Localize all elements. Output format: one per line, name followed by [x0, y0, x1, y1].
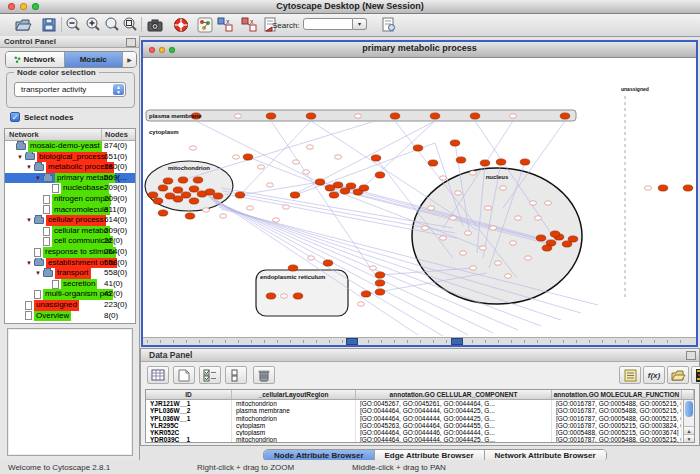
save-session-icon[interactable]: [40, 16, 58, 34]
search-dropdown-icon[interactable]: ▾: [353, 18, 367, 30]
tree-item[interactable]: ▼biological_process651(0): [5, 152, 135, 163]
minimap-viewport-square[interactable]: [451, 338, 463, 345]
tab-mosaic[interactable]: Mosaic: [65, 52, 124, 67]
tree-item[interactable]: response to stimulu264(0): [5, 247, 135, 258]
expand-arrow-icon[interactable]: ▼: [26, 215, 34, 226]
tree-item[interactable]: mosaic-demo-yeast874(0): [5, 141, 135, 152]
attribute-table-icon[interactable]: [147, 366, 169, 384]
network-view-titlebar[interactable]: primary metabolic process: [143, 42, 696, 58]
data-panel: Data Panel f(x) ID_cellul: [140, 348, 700, 446]
formula-builder-button[interactable]: f(x): [643, 366, 665, 384]
tree-item[interactable]: ▼cellular process614(0): [5, 215, 135, 226]
table-row[interactable]: YJR121W__1mitochondrion[GO:0045267, GO:0…: [146, 400, 694, 407]
tree-item[interactable]: ▼transport558(0): [5, 268, 135, 279]
expand-arrow-icon[interactable]: ▼: [17, 152, 25, 163]
tree-item-label: transport: [55, 268, 91, 279]
attribute-list-icon[interactable]: [619, 366, 641, 384]
open-file-icon[interactable]: [14, 16, 32, 34]
table-row[interactable]: YPL036W__2plasma membrane[GO:0044464, GO…: [146, 407, 694, 414]
file-icon: [43, 227, 50, 236]
network-tree: Network Nodes mosaic-demo-yeast874(0)▼bi…: [4, 128, 136, 324]
minimap-viewport-square[interactable]: [346, 338, 358, 345]
hide-selected-edges-icon[interactable]: x: [240, 16, 258, 34]
table-row[interactable]: YDR039C__1mitochondrion[GO:0044464, GO:0…: [146, 436, 694, 443]
tree-item[interactable]: cell communicat22(0): [5, 236, 135, 247]
label-mitochondrion: mitochondrion: [168, 165, 210, 171]
search-input[interactable]: [303, 18, 353, 30]
expand-arrow-icon[interactable]: ▼: [35, 173, 43, 184]
zoom-selected-region-icon[interactable]: [121, 16, 139, 34]
tree-item[interactable]: ▼metabolic process280(0): [5, 162, 135, 173]
tree-item[interactable]: macromolecule311(0): [5, 205, 135, 216]
tab-network[interactable]: Network: [6, 52, 65, 67]
tree-item-count: 209(0): [104, 183, 127, 194]
tree-item[interactable]: unassigned223(0): [5, 300, 135, 311]
tree-item[interactable]: cellular metabo209(0): [5, 226, 135, 237]
zoom-fit-icon[interactable]: [103, 16, 121, 34]
table-scrollbar[interactable]: ▲ ▼: [683, 400, 694, 442]
tree-item-label: cellular metabo: [52, 226, 110, 237]
hide-selected-nodes-icon[interactable]: x: [216, 16, 234, 34]
node-small: [307, 145, 314, 149]
zoom-out-icon[interactable]: [64, 16, 82, 34]
search-config-icon[interactable]: [380, 16, 398, 34]
network-graph[interactable]: plasma membranecytoplasmmitochondrionnuc…: [143, 58, 696, 337]
node-orange: [658, 185, 668, 191]
unselect-attributes-icon[interactable]: [225, 366, 247, 384]
file-icon: [25, 301, 32, 310]
node-orange: [173, 187, 183, 193]
control-panel: Control Panel Network Mosaic ▶ Node colo…: [0, 36, 140, 460]
birdseye-view-panel[interactable]: [7, 328, 133, 456]
tree-item[interactable]: ▼establishment of lo558(0): [5, 258, 135, 269]
column-divider[interactable]: [101, 129, 102, 140]
file-icon: [52, 184, 59, 193]
scroll-down-icon[interactable]: ▼: [684, 434, 694, 442]
node-orange: [683, 185, 693, 191]
column-header[interactable]: annotation.GO CELLULAR_COMPONENT: [356, 390, 552, 399]
label-unassigned: unassigned: [621, 86, 649, 92]
float-panel-icon[interactable]: [686, 351, 696, 360]
tree-item[interactable]: nitrogen compo209(0): [5, 194, 135, 205]
network-view-title: primary metabolic process: [143, 43, 696, 53]
table-cell: [GO:0005488, GO:0005215, GO:0003674]: [552, 429, 682, 436]
network-canvas[interactable]: plasma membranecytoplasmmitochondrionnuc…: [143, 58, 696, 337]
column-header[interactable]: ID: [146, 390, 232, 399]
new-attribute-icon[interactable]: [173, 366, 195, 384]
scrollbar-thumb[interactable]: [685, 401, 693, 417]
expand-arrow-icon[interactable]: ▼: [35, 268, 43, 279]
expand-arrow-icon[interactable]: ▼: [26, 162, 34, 173]
table-cell: mitochondrion: [232, 436, 356, 443]
combo-stepper-icon: ▲▼: [113, 84, 124, 95]
import-attributes-icon[interactable]: [667, 366, 689, 384]
tree-item[interactable]: multi-organism pro42(0): [5, 289, 135, 300]
table-row[interactable]: YKR052Ccytoplasm[GO:0044464, GO:0044446,…: [146, 429, 694, 436]
tree-item[interactable]: ▼primary metabo209(...: [5, 173, 135, 184]
help-lifering-icon[interactable]: [172, 16, 190, 34]
canvas-minimap-strip[interactable]: [143, 337, 696, 345]
expand-arrow-icon[interactable]: ▼: [26, 258, 34, 269]
tab-overflow-arrow-icon[interactable]: ▶: [123, 52, 136, 67]
table-row[interactable]: YLR295Ccytoplasm[GO:0045263, GO:0044464,…: [146, 422, 694, 429]
float-panel-icon[interactable]: [126, 38, 136, 47]
column-header[interactable]: _cellularLayoutRegion: [232, 390, 356, 399]
tree-item[interactable]: secretion41(0): [5, 279, 135, 290]
zoom-in-icon[interactable]: [84, 16, 102, 34]
node-orange: [536, 235, 546, 241]
snapshot-camera-icon[interactable]: [146, 16, 164, 34]
table-cell: YJR121W__1: [146, 400, 232, 407]
tree-item-count: 614(0): [104, 215, 127, 226]
control-panel-tabs: Network Mosaic ▶: [5, 51, 137, 68]
table-row[interactable]: YPL036W__1mitochondrion[GO:0044464, GO:0…: [146, 415, 694, 422]
heatmap-matrix-icon[interactable]: [691, 366, 700, 384]
birdseye-view-icon[interactable]: [196, 16, 214, 34]
select-nodes-checkbox[interactable]: ✓: [10, 112, 20, 122]
tree-item[interactable]: Overview8(0): [5, 311, 135, 322]
node-color-combobox[interactable]: transporter activity ▲▼: [14, 82, 126, 97]
select-attributes-icon[interactable]: [199, 366, 221, 384]
node-orange: [189, 198, 199, 204]
delete-attribute-icon[interactable]: [253, 366, 275, 384]
tree-item[interactable]: nucleobase-209(0): [5, 183, 135, 194]
node-orange: [158, 185, 168, 191]
column-header[interactable]: annotation.GO MOLECULAR_FUNCTION: [552, 390, 682, 399]
scroll-up-icon[interactable]: ▲: [684, 426, 694, 434]
